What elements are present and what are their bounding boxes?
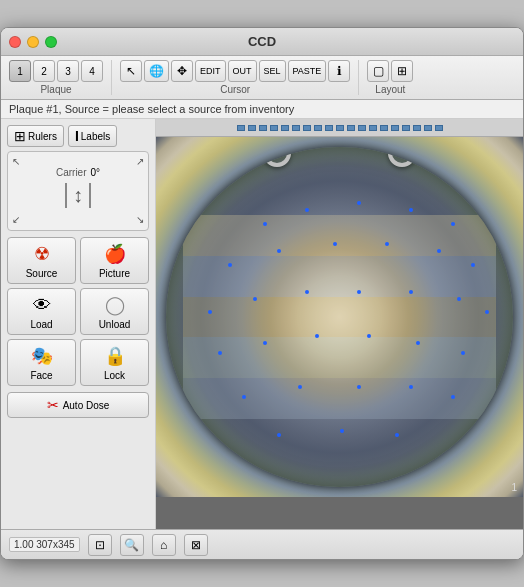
unload-button[interactable]: ◯ Unload xyxy=(80,288,149,335)
face-icon: 🎭 xyxy=(30,344,54,368)
zoom-in-icon: 🔍 xyxy=(124,538,139,552)
plaque-buttons: 1 2 3 4 xyxy=(9,60,103,82)
ruler-tick xyxy=(303,125,311,131)
plaque-btn-2[interactable]: 2 xyxy=(33,60,55,82)
carrier-label: Carrier xyxy=(56,167,87,178)
source-button[interactable]: ☢ Source xyxy=(7,237,76,284)
band-5 xyxy=(183,378,495,419)
carrier-arrow-icon: ↕ xyxy=(73,184,83,207)
face-button[interactable]: 🎭 Face xyxy=(7,339,76,386)
fit-button[interactable]: ⊡ xyxy=(88,534,112,556)
main-content: ⊞ Rulers I Labels ↖ ↗ Carrier 0° xyxy=(1,119,523,529)
dot xyxy=(357,290,361,294)
dot xyxy=(305,290,309,294)
layout-buttons: ▢ ⊞ xyxy=(367,60,413,82)
status-text: Plaque #1, Source = please select a sour… xyxy=(9,103,294,115)
dot xyxy=(277,433,281,437)
corner-tr: ↗ xyxy=(136,156,144,167)
lock-label: Lock xyxy=(104,370,125,381)
maximize-button[interactable] xyxy=(45,36,57,48)
photo-button[interactable]: ⊠ xyxy=(184,534,208,556)
main-window: CCD 1 2 3 4 Plaque ↖ 🌐 ✥ EDIT OUT SEL PA… xyxy=(0,27,524,560)
dot xyxy=(305,208,309,212)
lens-bands xyxy=(183,215,495,419)
cursor-buttons: ↖ 🌐 ✥ EDIT OUT SEL PASTE ℹ xyxy=(120,60,350,82)
band-3 xyxy=(183,297,495,338)
unload-label: Unload xyxy=(99,319,131,330)
status-bar: Plaque #1, Source = please select a sour… xyxy=(1,100,523,119)
dot xyxy=(357,385,361,389)
ruler-tick xyxy=(259,125,267,131)
carrier-line-right xyxy=(89,183,91,208)
auto-dose-button[interactable]: ✂ Auto Dose xyxy=(7,392,149,418)
dot xyxy=(333,242,337,246)
plaque-btn-4[interactable]: 4 xyxy=(81,60,103,82)
cursor-globe-btn[interactable]: 🌐 xyxy=(144,60,169,82)
cursor-info-btn[interactable]: ℹ xyxy=(328,60,350,82)
bottom-bar: 1.00 307x345 ⊡ 🔍 ⌂ ⊠ xyxy=(1,529,523,559)
ruler-tick xyxy=(380,125,388,131)
labels-label: Labels xyxy=(81,131,110,142)
ruler-tick xyxy=(391,125,399,131)
ruler-tick xyxy=(292,125,300,131)
picture-button[interactable]: 🍎 Picture xyxy=(80,237,149,284)
load-button[interactable]: 👁 Load xyxy=(7,288,76,335)
home-button[interactable]: ⌂ xyxy=(152,534,176,556)
dot xyxy=(357,201,361,205)
ruler-tick xyxy=(435,125,443,131)
traffic-lights xyxy=(9,36,57,48)
lock-button[interactable]: 🔒 Lock xyxy=(80,339,149,386)
cursor-arrow-btn[interactable]: ↖ xyxy=(120,60,142,82)
action-buttons-grid: ☢ Source 🍎 Picture 👁 Load ◯ Unload 🎭 xyxy=(7,237,149,386)
band-4 xyxy=(183,337,495,378)
carrier-degree: 0° xyxy=(91,167,101,178)
labels-icon: I xyxy=(75,128,79,144)
toolbar: 1 2 3 4 Plaque ↖ 🌐 ✥ EDIT OUT SEL PASTE … xyxy=(1,56,523,100)
dot xyxy=(451,222,455,226)
zoom-info: 1.00 307x345 xyxy=(9,537,80,552)
lock-icon: 🔒 xyxy=(103,344,127,368)
cursor-sel-btn[interactable]: SEL xyxy=(259,60,286,82)
layout-group: ▢ ⊞ Layout xyxy=(367,60,421,95)
plaque-btn-1[interactable]: 1 xyxy=(9,60,31,82)
ring-left xyxy=(263,147,291,167)
ruler-tick xyxy=(358,125,366,131)
plaque-btn-3[interactable]: 3 xyxy=(57,60,79,82)
picture-label: Picture xyxy=(99,268,130,279)
dot xyxy=(263,341,267,345)
dot xyxy=(253,297,257,301)
cursor-out-btn[interactable]: OUT xyxy=(228,60,257,82)
ruler-tick xyxy=(281,125,289,131)
labels-button[interactable]: I Labels xyxy=(68,125,117,147)
minimize-button[interactable] xyxy=(27,36,39,48)
zoom-in-button[interactable]: 🔍 xyxy=(120,534,144,556)
image-top-bar xyxy=(156,119,523,137)
load-label: Load xyxy=(30,319,52,330)
cursor-move-btn[interactable]: ✥ xyxy=(171,60,193,82)
lens xyxy=(166,147,513,487)
carrier-line-left xyxy=(65,183,67,208)
layout-single-btn[interactable]: ▢ xyxy=(367,60,389,82)
cursor-paste-btn[interactable]: PASTE xyxy=(288,60,327,82)
cursor-label: Cursor xyxy=(220,84,250,95)
image-area[interactable]: 1 xyxy=(156,119,523,529)
corner-br: ↘ xyxy=(136,214,144,225)
ruler-tick xyxy=(248,125,256,131)
home-icon: ⌂ xyxy=(160,538,167,552)
rulers-button[interactable]: ⊞ Rulers xyxy=(7,125,64,147)
dot xyxy=(277,249,281,253)
cursor-edit-btn[interactable]: EDIT xyxy=(195,60,226,82)
auto-dose-icon: ✂ xyxy=(47,397,59,413)
titlebar: CCD xyxy=(1,28,523,56)
layout-label: Layout xyxy=(375,84,405,95)
auto-dose-label: Auto Dose xyxy=(63,400,110,411)
dot xyxy=(208,310,212,314)
ruler-tick xyxy=(336,125,344,131)
rulers-labels-row: ⊞ Rulers I Labels xyxy=(7,125,149,147)
dot xyxy=(437,249,441,253)
layout-grid-btn[interactable]: ⊞ xyxy=(391,60,413,82)
dot xyxy=(409,290,413,294)
ruler-tick xyxy=(402,125,410,131)
close-button[interactable] xyxy=(9,36,21,48)
dot xyxy=(340,429,344,433)
